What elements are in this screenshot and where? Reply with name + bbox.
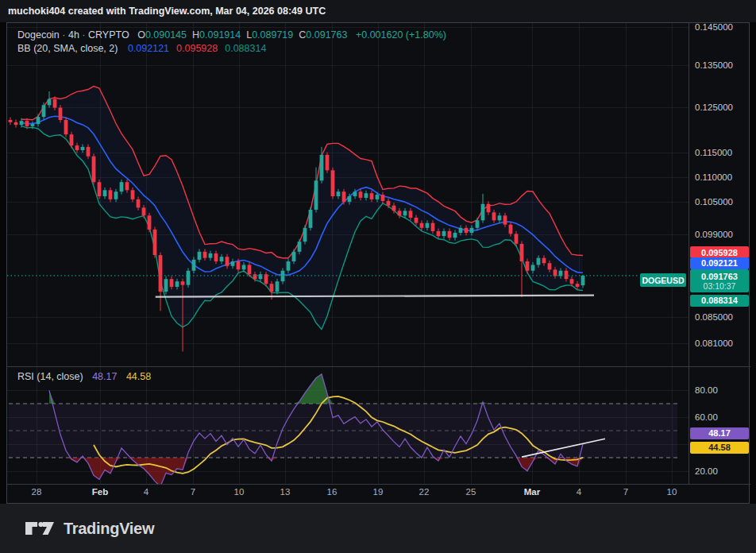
- time-tick-label: 10: [234, 487, 245, 497]
- time-tick-label: Feb: [92, 487, 108, 497]
- rsi-tick-label: 80.00: [695, 385, 749, 395]
- time-tick-label: 4: [144, 487, 148, 497]
- time-tick-label: 19: [373, 487, 384, 497]
- price-tick-label: 0.125000: [695, 102, 749, 112]
- time-tick-label: 10: [667, 487, 677, 497]
- price-tick-label: 0.115000: [695, 148, 749, 157]
- ohlc-key: C: [299, 29, 306, 41]
- time-tick-label: Mar: [524, 487, 540, 497]
- time-tick-label: 13: [280, 487, 291, 497]
- chart-widget[interactable]: Dogecoin · 4h · CRYPTO O0.090145H0.09191…: [6, 22, 750, 504]
- rsi-badge: 48.17: [690, 427, 749, 439]
- badge-price: 0.092121: [690, 258, 749, 268]
- ohlc-key: O: [137, 29, 145, 41]
- price-badge: 0.095928: [690, 246, 749, 258]
- price-badge: 0.088314: [690, 295, 749, 307]
- badge-price: 0.091763: [690, 272, 749, 281]
- symbol-interval: 4h: [68, 29, 79, 41]
- change-value: +0.001620 (+1.80%): [356, 29, 446, 41]
- symbol-exchange: CRYPTO: [88, 29, 129, 41]
- ohlc-key: H: [192, 29, 199, 41]
- bar-countdown: 03:10:37: [690, 281, 749, 291]
- time-tick-label: 7: [191, 487, 195, 497]
- time-tick-label: 4: [577, 487, 581, 497]
- main-legend[interactable]: Dogecoin · 4h · CRYPTO O0.090145H0.09191…: [17, 29, 446, 56]
- time-tick-label: 7: [623, 487, 628, 497]
- bb-val: 0.092121: [128, 43, 169, 54]
- rsi-legend[interactable]: RSI (14, close) 48.17 44.58: [17, 370, 151, 384]
- price-tick-label: 0.105000: [695, 197, 749, 207]
- ohlc-val: 0.090145: [145, 29, 187, 41]
- price-badge: 0.09176303:10:37: [690, 269, 749, 292]
- rsi-tick-label: 20.00: [695, 466, 749, 476]
- price-tick-label: 0.135000: [695, 60, 749, 70]
- rsi-value: 48.17: [92, 371, 117, 382]
- symbol-title: Dogecoin: [17, 29, 60, 41]
- symbol-legend-row[interactable]: Dogecoin · 4h · CRYPTO O0.090145H0.09191…: [17, 29, 446, 42]
- time-tick-label: 22: [419, 487, 430, 497]
- symbol-price-line-label: DOGEUSD: [640, 273, 686, 287]
- chart-canvas[interactable]: [7, 23, 750, 505]
- rsi-tick-label: 60.00: [695, 412, 749, 422]
- ohlc-values: O0.090145H0.091914L0.089719C0.091763: [132, 29, 347, 41]
- rsi-label: RSI (14, close): [17, 371, 83, 382]
- time-tick-label: 28: [32, 487, 42, 497]
- price-tick-label: 0.110000: [695, 172, 749, 182]
- legend-separator: ·: [82, 29, 85, 41]
- ohlc-val: 0.091914: [199, 29, 241, 41]
- price-tick-label: 0.085000: [695, 312, 749, 322]
- bb-val: 0.088314: [225, 43, 266, 54]
- rsi-ma-value: 44.58: [126, 371, 151, 382]
- price-tick-label: 0.145000: [695, 22, 749, 32]
- price-tick-label: 0.081000: [695, 338, 749, 348]
- price-badge: 0.092121: [690, 257, 749, 269]
- tradingview-logo-icon[interactable]: [24, 518, 56, 539]
- tradingview-logo-text[interactable]: TradingView: [64, 520, 154, 538]
- bb-val: 0.095928: [176, 43, 218, 54]
- legend-separator: ·: [62, 29, 65, 41]
- time-tick-label: 16: [327, 487, 338, 497]
- branding-bar: TradingView: [0, 504, 756, 553]
- bb-legend-row[interactable]: BB (20, SMA, close, 2) 0.0921210.0959280…: [17, 42, 446, 56]
- badge-price: 0.095928: [690, 248, 749, 257]
- attribution-bar: muchoki404 created with TradingView.com,…: [0, 0, 756, 22]
- ohlc-val: 0.091763: [306, 29, 347, 41]
- bb-values: 0.0921210.0959280.088314: [121, 43, 266, 54]
- tradingview-chart-page: muchoki404 created with TradingView.com,…: [0, 0, 756, 553]
- badge-price: 0.088314: [690, 296, 749, 305]
- ohlc-val: 0.089719: [252, 29, 293, 41]
- bb-label: BB (20, SMA, close, 2): [17, 43, 118, 54]
- price-tick-label: 0.099000: [695, 230, 749, 239]
- time-tick-label: 25: [466, 487, 476, 497]
- rsi-badge: 44.58: [690, 442, 749, 454]
- attribution-text: muchoki404 created with TradingView.com,…: [8, 6, 326, 17]
